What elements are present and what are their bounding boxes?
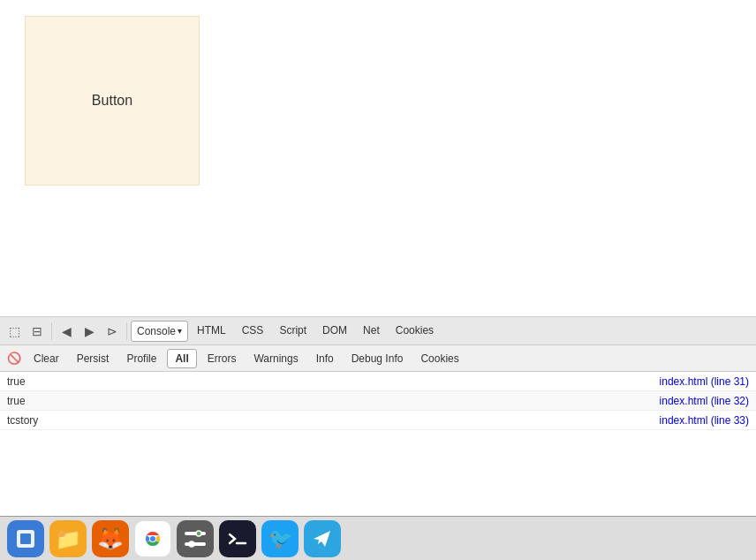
console-dropdown-arrow: ▾ xyxy=(178,326,182,336)
tweetdeck-symbol: 🐦 xyxy=(268,527,292,550)
filter-errors-btn[interactable]: Errors xyxy=(200,349,244,368)
browser-content: Button xyxy=(0,0,756,316)
toolbar-separator-1 xyxy=(51,322,52,340)
tab-dom[interactable]: DOM xyxy=(315,317,354,345)
firefox-icon[interactable]: 🦊 xyxy=(92,520,129,557)
telegram-icon[interactable] xyxy=(304,520,341,557)
settings-svg xyxy=(183,526,208,551)
filter-info-btn[interactable]: Info xyxy=(309,349,341,368)
filter-profile-btn[interactable]: Profile xyxy=(119,349,163,368)
forward-icon[interactable]: ▶ xyxy=(79,321,100,342)
filter-clear-btn[interactable]: Clear xyxy=(26,349,66,368)
taskbar: 📁 🦊 🐦 xyxy=(0,516,756,560)
console-filter-bar: 🚫 Clear Persist Profile All Errors Warni… xyxy=(0,345,756,372)
tab-css[interactable]: CSS xyxy=(235,317,271,345)
chrome-icon[interactable] xyxy=(134,520,171,557)
files-symbol: 📁 xyxy=(55,526,81,551)
telegram-svg xyxy=(311,527,334,550)
tab-cookies[interactable]: Cookies xyxy=(389,317,441,345)
log-value: true xyxy=(7,375,26,388)
tab-net[interactable]: Net xyxy=(356,317,387,345)
svg-rect-5 xyxy=(185,532,206,535)
svg-point-6 xyxy=(196,531,201,536)
inspect-icon[interactable]: ⬚ xyxy=(4,321,25,342)
console-tab-button[interactable]: Console ▾ xyxy=(131,321,188,342)
filter-persist-btn[interactable]: Persist xyxy=(70,349,117,368)
filter-cookies-btn[interactable]: Cookies xyxy=(413,349,465,368)
log-value: true xyxy=(7,395,26,407)
step-icon[interactable]: ⊳ xyxy=(102,321,123,342)
files-icon[interactable]: 📁 xyxy=(49,520,87,557)
tab-script[interactable]: Script xyxy=(272,317,314,345)
table-row: tcstory index.html (line 33) xyxy=(0,411,756,430)
chrome-svg xyxy=(140,526,165,551)
log-source-link[interactable]: index.html (line 32) xyxy=(660,395,749,407)
terminal-svg xyxy=(226,527,249,550)
filter-icon: 🚫 xyxy=(5,350,23,367)
console-label: Console xyxy=(137,325,176,337)
tweetdeck-icon[interactable]: 🐦 xyxy=(261,520,299,557)
filter-warnings-btn[interactable]: Warnings xyxy=(246,349,305,368)
devtools-toolbar: ⬚ ⊟ ◀ ▶ ⊳ Console ▾ HTML CSS Script DOM … xyxy=(0,317,756,345)
scrcpy-svg xyxy=(14,527,37,550)
tab-html[interactable]: HTML xyxy=(190,317,233,345)
log-source-link[interactable]: index.html (line 31) xyxy=(660,375,749,388)
log-value: tcstory xyxy=(7,414,38,427)
svg-point-4 xyxy=(150,536,155,541)
settings-toggle-icon[interactable] xyxy=(177,520,214,557)
filter-all-btn[interactable]: All xyxy=(167,349,196,368)
terminal-icon[interactable] xyxy=(219,520,256,557)
scrcpy-icon[interactable] xyxy=(7,520,44,557)
svg-point-8 xyxy=(189,541,194,547)
button-card: Button xyxy=(25,16,200,185)
log-source-link[interactable]: index.html (line 33) xyxy=(660,414,749,427)
table-row: true index.html (line 32) xyxy=(0,391,756,411)
firefox-symbol: 🦊 xyxy=(97,526,124,551)
svg-rect-1 xyxy=(20,534,31,544)
resize-handle[interactable] xyxy=(0,317,756,321)
responsive-icon[interactable]: ⊟ xyxy=(26,321,48,342)
table-row: true index.html (line 31) xyxy=(0,372,756,391)
filter-debuginfo-btn[interactable]: Debug Info xyxy=(344,349,411,368)
svg-rect-7 xyxy=(185,542,206,546)
back-icon[interactable]: ◀ xyxy=(56,321,77,342)
card-button-label: Button xyxy=(92,93,132,109)
toolbar-separator-2 xyxy=(126,322,127,340)
